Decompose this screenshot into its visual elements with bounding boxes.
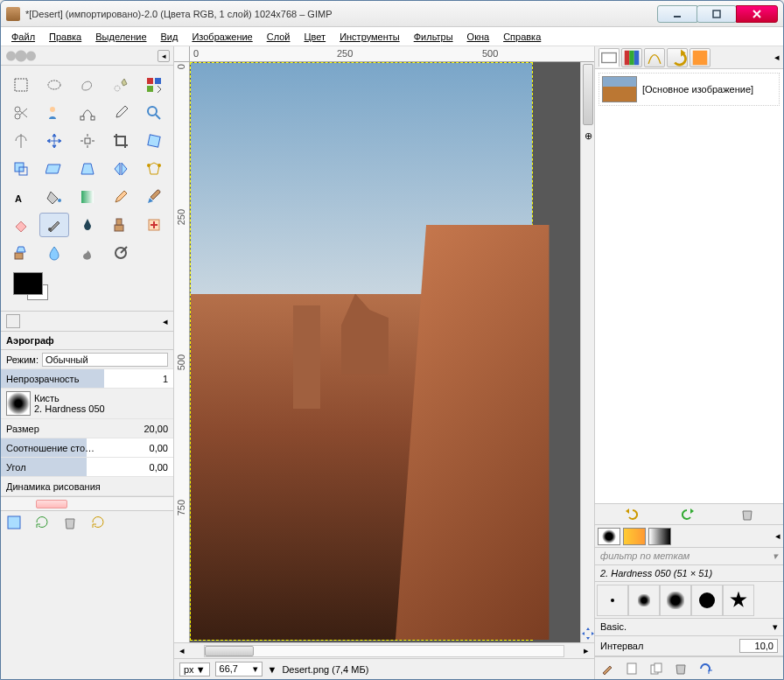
tool-flip[interactable] [106,157,136,181]
tool-airbrush[interactable] [39,213,69,237]
tool-ellipse-select[interactable] [39,73,69,97]
canvas-vscrollbar[interactable]: ⊕ [580,62,594,642]
brushes-tab[interactable] [598,528,620,545]
brush-filter-row[interactable]: фильтр по меткам ▾ [595,548,783,565]
tool-scissors[interactable] [6,101,36,125]
close-button[interactable] [736,5,778,23]
opacity-slider[interactable]: Непрозрачность 1 [1,369,173,389]
menu-edit[interactable]: Правка [44,30,87,44]
ratio-row[interactable]: Соотношение сто… 0,00 [1,438,173,458]
edit-brush-icon[interactable] [600,662,614,676]
maximize-button[interactable] [696,5,737,23]
nav-icon[interactable] [581,627,594,641]
unit-select[interactable]: px▼ [179,662,210,676]
tool-move[interactable] [39,129,69,153]
tool-text[interactable]: A [6,185,36,209]
tool-blend[interactable] [73,185,102,209]
tool-fuzzy-select[interactable] [106,73,136,97]
menu-image[interactable]: Изображение [186,30,257,44]
menu-windows[interactable]: Окна [462,30,495,44]
delete-preset-icon[interactable] [62,515,78,530]
brush-preset-dropdown[interactable]: ▾ [773,621,778,633]
tool-align[interactable] [73,129,102,153]
new-brush-icon[interactable] [625,662,639,676]
mode-select[interactable] [42,353,168,367]
menu-filters[interactable]: Фильтры [409,30,458,44]
tool-perspective[interactable] [73,157,102,181]
tool-shear[interactable] [39,157,69,181]
reset-preset-icon[interactable] [90,515,106,530]
tool-dodge[interactable] [106,241,136,265]
menu-help[interactable]: Справка [498,30,546,44]
patterns-tab[interactable] [623,528,646,545]
histogram-tab[interactable] [690,48,710,67]
brush-filter-input[interactable]: фильтр по меткам [600,550,690,562]
tool-measure[interactable] [6,129,36,153]
channels-tab[interactable] [621,48,642,67]
tool-rotate[interactable] [139,129,169,153]
tool-paintbrush[interactable] [139,185,169,209]
tool-options-config-button[interactable]: ◂ [163,316,168,327]
fg-color-swatch[interactable] [13,272,43,295]
tool-free-select[interactable] [73,73,102,97]
options-scrollbar[interactable] [1,496,173,510]
toolbox-config-button[interactable]: ◂ [158,50,170,62]
zoom-input[interactable]: 66,7▾ [215,662,262,676]
toolbox-tab-icon[interactable] [4,50,38,62]
menu-file[interactable]: Файл [6,30,40,44]
layers-config-button[interactable]: ◂ [774,52,780,63]
tool-crop[interactable] [106,129,136,153]
brush-cell[interactable] [628,585,660,616]
menu-tools[interactable]: Инструменты [334,30,405,44]
tool-pencil[interactable] [106,185,136,209]
brushes-config-button[interactable]: ◂ [775,530,780,542]
tool-heal[interactable] [139,213,169,237]
paths-tab[interactable] [644,48,665,67]
delete-brush-icon[interactable] [674,662,688,676]
tool-paths[interactable] [73,101,102,125]
tool-rect-select[interactable] [6,73,36,97]
menu-layer[interactable]: Слой [262,30,296,44]
ruler-horizontal[interactable]: 0 250 500 [174,46,594,62]
redo-button[interactable] [682,508,696,522]
tool-options-tab-icon[interactable] [6,314,20,328]
undo-button[interactable] [624,508,638,522]
duplicate-brush-icon[interactable] [649,662,663,676]
menu-view[interactable]: Вид [156,30,184,44]
brush-cell[interactable] [660,585,691,616]
brush-cell[interactable] [723,585,754,616]
color-swatches[interactable] [1,272,173,311]
restore-preset-icon[interactable] [34,515,50,530]
brush-cell[interactable] [691,585,723,616]
refresh-brush-icon[interactable] [698,662,712,676]
minimize-button[interactable] [657,5,697,23]
brush-cell[interactable] [597,585,628,616]
undo-tab[interactable] [667,48,688,67]
tool-color-select[interactable] [139,73,169,97]
layer-item[interactable]: [Основное изображение] [598,73,780,106]
brush-preview[interactable] [6,391,31,416]
brush-filter-dropdown[interactable]: ▾ [773,550,778,562]
tool-perspective-clone[interactable] [6,241,36,265]
tool-smudge[interactable] [73,241,102,265]
tool-foreground-select[interactable] [39,101,69,125]
canvas-hscrollbar[interactable]: ◂ ▸ [174,642,594,658]
size-row[interactable]: Размер 20,00 [1,419,173,438]
tool-clone[interactable] [106,213,136,237]
tool-ink[interactable] [73,213,102,237]
tool-eraser[interactable] [6,213,36,237]
save-preset-icon[interactable] [6,515,22,530]
menu-select[interactable]: Выделение [90,30,151,44]
layers-tab[interactable] [598,48,620,67]
dynamics-row[interactable]: Динамика рисования [1,477,173,496]
ruler-vertical[interactable]: 0 250 500 750 [174,62,190,642]
tool-cage[interactable] [139,157,169,181]
canvas[interactable] [190,62,580,642]
tool-blur[interactable] [39,241,69,265]
quickmask-icon[interactable]: ⊕ [581,129,594,143]
tool-bucket-fill[interactable] [39,185,69,209]
tool-scale[interactable] [6,157,36,181]
menu-colors[interactable]: Цвет [298,30,331,44]
delete-layer-button[interactable] [740,508,754,522]
brush-preset-row[interactable]: Basic. ▾ [595,619,783,636]
